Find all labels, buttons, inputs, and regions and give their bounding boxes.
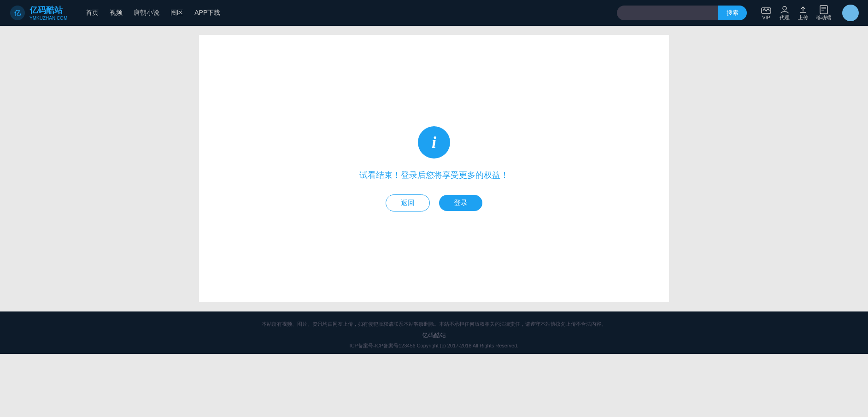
- main-panel: i 试看结束！登录后您将享受更多的权益！ 返回 登录: [199, 35, 669, 302]
- svg-rect-4: [820, 6, 827, 14]
- agent-button[interactable]: 代理: [779, 5, 790, 21]
- nav-home[interactable]: 首页: [86, 9, 99, 17]
- nav-video[interactable]: 视频: [110, 9, 123, 17]
- footer-icp: ICP备案号-ICP备案号123456 Copyright (c) 2017-2…: [0, 342, 868, 349]
- header-actions: VIP 代理 上传: [761, 5, 859, 21]
- upload-button[interactable]: 上传: [798, 5, 809, 21]
- vip-icon: [761, 6, 772, 15]
- logo-area[interactable]: 亿 亿码酷站 YMKUZHAN.COM: [9, 5, 67, 21]
- content-wrapper: i 试看结束！登录后您将享受更多的权益！ 返回 登录: [0, 26, 868, 311]
- avatar[interactable]: [842, 5, 859, 21]
- trial-ended-text: 试看结束！登录后您将享受更多的权益！: [359, 170, 509, 181]
- footer-disclaimer: 本站所有视频、图片、资讯均由网友上传，如有侵犯版权请联系本站客服删除。本站不承担…: [0, 321, 868, 328]
- vip-button[interactable]: VIP: [761, 6, 772, 20]
- logo-icon: 亿: [9, 5, 26, 21]
- nav-menu: 首页 视频 唐朝小说 图区 APP下载: [86, 9, 608, 17]
- upload-icon: [798, 5, 809, 14]
- info-icon: i: [432, 133, 436, 152]
- search-input[interactable]: [617, 6, 718, 20]
- search-area: 搜索: [617, 6, 747, 20]
- right-sidebar: [669, 35, 868, 302]
- back-button[interactable]: 返回: [386, 194, 430, 211]
- search-button[interactable]: 搜索: [718, 6, 747, 20]
- footer: 本站所有视频、图片、资讯均由网友上传，如有侵犯版权请联系本站客服删除。本站不承担…: [0, 311, 868, 354]
- mobile-icon: [818, 5, 829, 14]
- header: 亿 亿码酷站 YMKUZHAN.COM 首页 视频 唐朝小说 图区 APP下载 …: [0, 0, 868, 26]
- agent-icon: [779, 5, 790, 14]
- nav-novel[interactable]: 唐朝小说: [134, 9, 159, 17]
- login-button[interactable]: 登录: [439, 195, 482, 211]
- svg-point-3: [783, 6, 786, 10]
- info-icon-circle: i: [418, 126, 450, 159]
- mobile-button[interactable]: 移动端: [816, 5, 831, 21]
- action-buttons: 返回 登录: [386, 194, 482, 211]
- nav-app[interactable]: APP下载: [194, 9, 220, 17]
- left-sidebar: [0, 35, 199, 302]
- nav-gallery[interactable]: 图区: [170, 9, 183, 17]
- svg-text:亿: 亿: [14, 9, 21, 17]
- logo-text: 亿码酷站 YMKUZHAN.COM: [29, 5, 67, 21]
- footer-site-name: 亿码酷站: [0, 331, 868, 340]
